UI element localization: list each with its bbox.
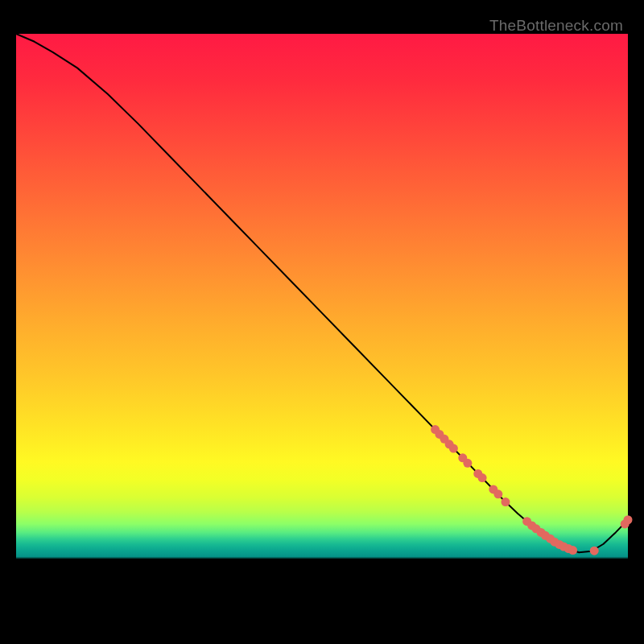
chart-svg <box>16 34 628 628</box>
marker-group <box>431 425 632 555</box>
chart-frame: TheBottleneck.com <box>16 16 628 628</box>
data-marker <box>502 497 510 506</box>
data-marker <box>590 547 599 555</box>
bottleneck-curve-line <box>16 34 628 552</box>
data-marker <box>463 459 472 468</box>
data-marker <box>493 489 502 498</box>
plot-area <box>16 34 628 628</box>
data-marker <box>624 515 633 524</box>
watermark-text: TheBottleneck.com <box>489 17 623 35</box>
data-marker <box>478 473 487 482</box>
data-marker <box>449 444 458 453</box>
data-marker <box>568 546 577 555</box>
